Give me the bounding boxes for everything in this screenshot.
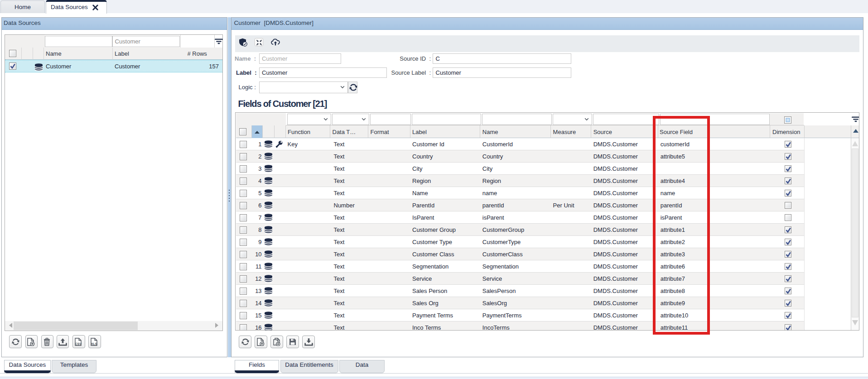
svg-text:XLS: XLS: [91, 342, 97, 345]
svg-text:CSV: CSV: [75, 342, 82, 345]
